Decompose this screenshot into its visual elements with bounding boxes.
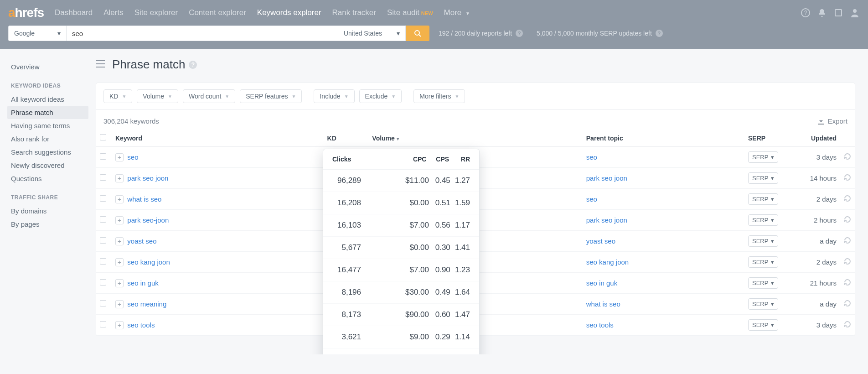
keyword-link[interactable]: park seo-joon bbox=[127, 216, 169, 224]
sidebar-item-by-pages[interactable]: By pages bbox=[7, 218, 88, 231]
user-icon[interactable] bbox=[850, 8, 860, 18]
serp-button[interactable]: SERP ▾ bbox=[748, 172, 778, 184]
expand-button[interactable]: + bbox=[115, 153, 124, 161]
serp-button[interactable]: SERP ▾ bbox=[748, 277, 778, 289]
serp-button[interactable]: SERP ▾ bbox=[748, 319, 778, 331]
keyword-link[interactable]: seo tools bbox=[127, 321, 155, 329]
sidebar-overview[interactable]: Overview bbox=[7, 60, 88, 73]
col-volume[interactable]: Volume▼ bbox=[340, 130, 404, 147]
row-checkbox[interactable] bbox=[100, 258, 106, 265]
sidebar-item-all-keyword-ideas[interactable]: All keyword ideas bbox=[7, 93, 88, 106]
sidebar-item-phrase-match[interactable]: Phrase match bbox=[7, 106, 88, 119]
filter-serp-features[interactable]: SERP features▼ bbox=[240, 89, 302, 103]
keyword-input[interactable] bbox=[67, 26, 338, 41]
help-icon[interactable]: ? bbox=[516, 30, 523, 37]
nav-site-explorer[interactable]: Site explorer bbox=[134, 8, 178, 17]
expand-button[interactable]: + bbox=[115, 258, 124, 266]
filter-include[interactable]: Include▼ bbox=[314, 89, 354, 103]
refresh-icon[interactable] bbox=[844, 280, 851, 287]
serp-button[interactable]: SERP ▾ bbox=[748, 235, 778, 247]
refresh-icon[interactable] bbox=[844, 175, 851, 182]
parent-topic-link[interactable]: seo kang joon bbox=[586, 258, 629, 266]
filter-exclude[interactable]: Exclude▼ bbox=[359, 89, 402, 103]
serp-button[interactable]: SERP ▾ bbox=[748, 298, 778, 310]
parent-topic-link[interactable]: seo tools bbox=[586, 321, 614, 329]
filter-volume[interactable]: Volume▼ bbox=[137, 89, 178, 103]
row-checkbox[interactable] bbox=[100, 321, 106, 327]
keyword-link[interactable]: seo meaning bbox=[127, 300, 166, 308]
help-icon[interactable]: ? bbox=[801, 8, 811, 18]
row-checkbox[interactable] bbox=[100, 237, 106, 244]
expand-button[interactable]: + bbox=[115, 195, 124, 203]
parent-topic-link[interactable]: seo in guk bbox=[586, 279, 617, 287]
parent-topic-link[interactable]: park seo joon bbox=[586, 174, 627, 182]
parent-topic-link[interactable]: seo bbox=[586, 153, 597, 161]
col-parent[interactable]: Parent topic bbox=[583, 130, 744, 147]
filter-more-filters[interactable]: More filters▼ bbox=[413, 89, 465, 103]
serp-button[interactable]: SERP ▾ bbox=[748, 151, 778, 163]
nav-keywords-explorer[interactable]: Keywords explorer bbox=[257, 8, 321, 17]
bell-icon[interactable] bbox=[817, 8, 827, 18]
parent-topic-link[interactable]: park seo joon bbox=[586, 216, 627, 224]
nav-more[interactable]: More ▼ bbox=[444, 8, 470, 17]
nav-rank-tracker[interactable]: Rank tracker bbox=[332, 8, 376, 17]
keyword-link[interactable]: seo bbox=[127, 153, 138, 161]
serp-button[interactable]: SERP ▾ bbox=[748, 193, 778, 205]
refresh-icon[interactable] bbox=[844, 238, 851, 245]
keyword-link[interactable]: seo kang joon bbox=[127, 258, 170, 266]
row-checkbox[interactable] bbox=[100, 153, 106, 160]
refresh-icon[interactable] bbox=[844, 301, 851, 308]
sidebar-item-questions[interactable]: Questions bbox=[7, 172, 88, 185]
serp-button[interactable]: SERP ▾ bbox=[748, 256, 778, 268]
expand-button[interactable]: + bbox=[115, 300, 124, 308]
keyword-link[interactable]: seo in guk bbox=[127, 279, 158, 287]
col-serp[interactable]: SERP bbox=[744, 130, 790, 147]
engine-select[interactable]: Google ▾ bbox=[8, 26, 67, 41]
parent-topic-link[interactable]: seo bbox=[586, 195, 597, 203]
logo[interactable]: ahrefs bbox=[8, 5, 44, 20]
expand-button[interactable]: + bbox=[115, 216, 124, 224]
serp-button[interactable]: SERP ▾ bbox=[748, 214, 778, 226]
select-all-checkbox[interactable] bbox=[100, 134, 106, 140]
col-updated[interactable]: Updated bbox=[790, 130, 840, 147]
keyword-link[interactable]: park seo joon bbox=[127, 174, 168, 182]
sidebar-item-search-suggestions[interactable]: Search suggestions bbox=[7, 145, 88, 159]
expand-button[interactable]: + bbox=[115, 237, 124, 245]
refresh-icon[interactable] bbox=[844, 217, 851, 224]
keyword-link[interactable]: yoast seo bbox=[127, 237, 156, 245]
device-icon[interactable] bbox=[833, 8, 843, 18]
row-checkbox[interactable] bbox=[100, 300, 106, 306]
sidebar-item-by-domains[interactable]: By domains bbox=[7, 204, 88, 218]
row-checkbox[interactable] bbox=[100, 174, 106, 181]
sidebar-item-also-rank-for[interactable]: Also rank for bbox=[7, 132, 88, 145]
expand-button[interactable]: + bbox=[115, 279, 124, 287]
nav-site-audit[interactable]: Site auditNEW bbox=[387, 8, 433, 17]
help-icon[interactable]: ? bbox=[189, 61, 197, 69]
parent-topic-link[interactable]: yoast seo bbox=[586, 237, 615, 245]
col-kd[interactable]: KD bbox=[313, 130, 340, 147]
row-checkbox[interactable] bbox=[100, 195, 106, 202]
help-icon[interactable]: ? bbox=[656, 30, 663, 37]
filter-word-count[interactable]: Word count▼ bbox=[183, 89, 235, 103]
search-button[interactable] bbox=[406, 26, 429, 41]
export-button[interactable]: Export bbox=[818, 117, 847, 125]
filter-kd[interactable]: KD▼ bbox=[103, 89, 132, 103]
keyword-link[interactable]: what is seo bbox=[127, 195, 161, 203]
nav-content-explorer[interactable]: Content explorer bbox=[189, 8, 246, 17]
refresh-icon[interactable] bbox=[844, 322, 851, 329]
parent-topic-link[interactable]: what is seo bbox=[586, 300, 620, 308]
expand-button[interactable]: + bbox=[115, 321, 124, 329]
sidebar-item-having-same-terms[interactable]: Having same terms bbox=[7, 119, 88, 132]
sidebar-item-newly-discovered[interactable]: Newly discovered bbox=[7, 159, 88, 172]
row-checkbox[interactable] bbox=[100, 216, 106, 223]
refresh-icon[interactable] bbox=[844, 154, 851, 161]
refresh-icon[interactable] bbox=[844, 259, 851, 266]
expand-button[interactable]: + bbox=[115, 174, 124, 182]
nav-alerts[interactable]: Alerts bbox=[103, 8, 123, 17]
row-checkbox[interactable] bbox=[100, 279, 106, 286]
country-select[interactable]: United States ▾ bbox=[338, 26, 406, 41]
menu-icon[interactable] bbox=[96, 60, 105, 69]
nav-dashboard[interactable]: Dashboard bbox=[55, 8, 93, 17]
col-keyword[interactable]: Keyword bbox=[112, 130, 313, 147]
refresh-icon[interactable] bbox=[844, 196, 851, 203]
